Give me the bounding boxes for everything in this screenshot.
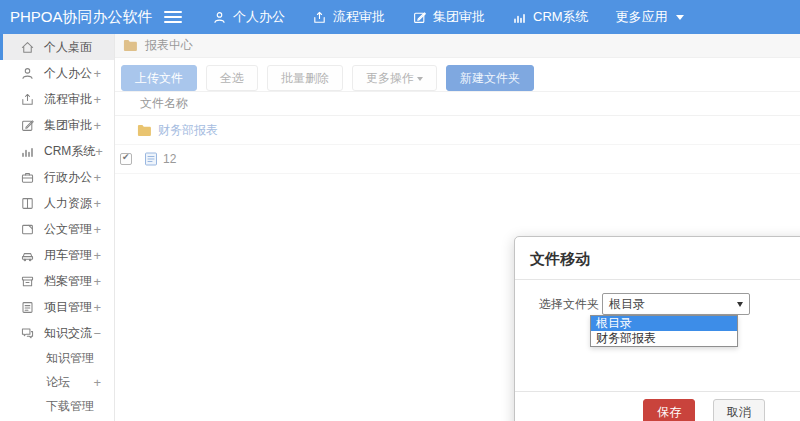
sidebar-subitem-download-mgmt[interactable]: 下载管理 <box>0 394 114 418</box>
sidebar-item-label: 项目管理 <box>44 299 92 316</box>
expand-icon[interactable]: + <box>93 248 101 263</box>
table-header: 文件名称 <box>115 91 800 116</box>
row-checkbox[interactable] <box>120 153 132 165</box>
sidebar-item-vehicle-mgmt[interactable]: 用车管理 + <box>0 242 114 268</box>
sidebar-item-label: 档案管理 <box>44 273 92 290</box>
sidebar-item-group-approval[interactable]: 集团审批 + <box>0 112 114 138</box>
sidebar-item-label: 流程审批 <box>44 91 92 108</box>
sidebar-item-workflow-approval[interactable]: 流程审批 + <box>0 86 114 112</box>
more-actions-button[interactable]: 更多操作 <box>352 65 437 91</box>
breadcrumb: 报表中心 <box>115 34 800 58</box>
document-icon <box>20 222 35 237</box>
expand-icon[interactable]: + <box>93 274 101 289</box>
expand-icon[interactable]: + <box>93 118 101 133</box>
edit-icon <box>20 118 35 133</box>
sidebar-item-personal-office[interactable]: 个人办公 + <box>0 60 114 86</box>
clipboard-icon <box>20 300 35 315</box>
book-icon <box>20 196 35 211</box>
sidebar: 个人桌面 个人办公 + 流程审批 + 集团审批 + CRM系统 + 行政办公 +… <box>0 34 115 421</box>
sidebar-item-label: 行政办公 <box>44 169 92 186</box>
sidebar-item-document-mgmt[interactable]: 公文管理 + <box>0 216 114 242</box>
sidebar-item-label: 集团审批 <box>44 117 92 134</box>
sidebar-item-label: 人力资源 <box>44 195 92 212</box>
file-icon <box>144 152 158 166</box>
sidebar-item-knowledge-exchange[interactable]: 知识交流 − <box>0 320 114 346</box>
table-row-file[interactable]: 12 <box>115 145 800 174</box>
option-root-directory[interactable]: 根目录 <box>591 316 737 331</box>
edit-icon <box>412 10 427 25</box>
more-actions-label: 更多操作 <box>366 71 414 85</box>
upload-file-button[interactable]: 上传文件 <box>121 65 197 91</box>
file-name-text[interactable]: 12 <box>163 152 176 166</box>
sidebar-item-crm[interactable]: CRM系统 + <box>0 138 114 164</box>
option-finance-reports[interactable]: 财务部报表 <box>591 331 737 346</box>
topnav-group-approval[interactable]: 集团审批 <box>412 8 485 26</box>
new-folder-button[interactable]: 新建文件夹 <box>446 65 534 91</box>
user-icon <box>212 10 227 25</box>
menu-toggle-icon[interactable] <box>164 11 182 23</box>
app-logo: PHPOA协同办公软件 <box>0 8 150 27</box>
sidebar-subitem-forum[interactable]: 论坛 + <box>0 370 114 394</box>
topnav-label: 个人办公 <box>233 8 285 26</box>
expand-icon[interactable]: + <box>93 92 101 107</box>
briefcase-icon <box>20 170 35 185</box>
modal-title: 文件移动 <box>530 250 590 267</box>
sidebar-item-label: 知识交流 <box>44 325 92 342</box>
expand-icon[interactable]: + <box>93 222 101 237</box>
bar-chart-icon <box>512 10 527 25</box>
modal-footer: 保存 取消 <box>515 391 800 421</box>
expand-icon[interactable]: + <box>93 170 101 185</box>
sidebar-item-admin-office[interactable]: 行政办公 + <box>0 164 114 190</box>
expand-icon[interactable]: + <box>93 196 101 211</box>
batch-delete-button[interactable]: 批量删除 <box>267 65 343 91</box>
process-icon <box>20 92 35 107</box>
folder-name-link[interactable]: 财务部报表 <box>158 122 218 139</box>
select-all-button[interactable]: 全选 <box>206 65 258 91</box>
folder-options-list: 根目录 财务部报表 <box>590 315 738 347</box>
sidebar-item-label: 公文管理 <box>44 221 92 238</box>
folder-icon <box>123 39 138 52</box>
file-table: 文件名称 财务部报表 12 <box>115 91 800 174</box>
collapse-icon[interactable]: − <box>93 326 101 341</box>
sidebar-item-project-mgmt[interactable]: 项目管理 + <box>0 294 114 320</box>
sidebar-item-personal-desktop[interactable]: 个人桌面 <box>0 34 114 60</box>
caret-down-icon <box>676 15 684 20</box>
sidebar-subitem-knowledge-mgmt[interactable]: 知识管理 <box>0 346 114 370</box>
topnav-personal-office[interactable]: 个人办公 <box>212 8 285 26</box>
folder-select-label: 选择文件夹 <box>539 296 599 313</box>
folder-select-dropdown[interactable]: 根目录 <box>602 293 750 315</box>
caret-down-icon <box>417 77 423 81</box>
table-row-folder[interactable]: 财务部报表 <box>115 116 800 145</box>
cancel-button[interactable]: 取消 <box>713 399 765 421</box>
chat-icon <box>20 326 35 341</box>
expand-icon[interactable]: + <box>93 300 101 315</box>
save-button[interactable]: 保存 <box>643 399 695 421</box>
home-icon <box>20 40 35 55</box>
sidebar-item-label: CRM系统 <box>44 143 95 160</box>
bar-chart-icon <box>20 144 35 159</box>
sidebar-item-archive-mgmt[interactable]: 档案管理 + <box>0 268 114 294</box>
expand-icon[interactable]: + <box>93 66 101 81</box>
topnav-workflow-approval[interactable]: 流程审批 <box>312 8 385 26</box>
sidebar-item-hr[interactable]: 人力资源 + <box>0 190 114 216</box>
folder-select-row: 选择文件夹 根目录 <box>539 293 800 315</box>
top-navigation: 个人办公 流程审批 集团审批 CRM系统 更多应用 <box>212 8 684 26</box>
sidebar-subitem-label: 论坛 <box>46 374 70 391</box>
modal-header: 文件移动 <box>515 237 800 280</box>
expand-icon[interactable]: + <box>95 144 103 159</box>
sidebar-item-label: 用车管理 <box>44 247 92 264</box>
top-header-bar: PHPOA协同办公软件 个人办公 流程审批 集团审批 CRM系统 <box>0 0 800 34</box>
topnav-crm-system[interactable]: CRM系统 <box>512 8 589 26</box>
selected-option-text: 根目录 <box>609 297 645 311</box>
topnav-label: 集团审批 <box>433 8 485 26</box>
sidebar-item-label: 个人办公 <box>44 65 92 82</box>
sidebar-subitem-label: 知识管理 <box>46 350 94 367</box>
file-move-modal: 文件移动 选择文件夹 根目录 根目录 财务部报表 保存 取消 <box>514 236 800 421</box>
column-header-filename: 文件名称 <box>140 95 188 112</box>
topnav-label: 流程审批 <box>333 8 385 26</box>
topnav-more-apps[interactable]: 更多应用 <box>616 8 684 26</box>
expand-icon[interactable]: + <box>93 375 101 390</box>
toolbar: 上传文件 全选 批量删除 更多操作 新建文件夹 <box>115 58 800 91</box>
user-icon <box>20 66 35 81</box>
topnav-label: 更多应用 <box>616 8 668 26</box>
